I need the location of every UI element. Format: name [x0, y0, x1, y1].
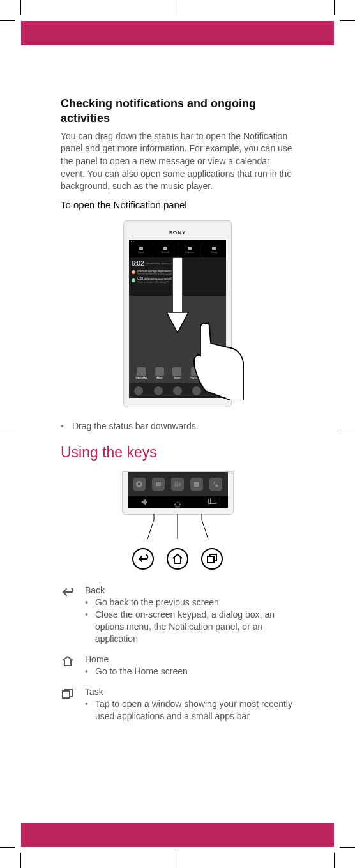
svg-point-8: [175, 483, 176, 485]
task-bullet-1: Tap to open a window showing your most r…: [85, 698, 294, 722]
quick-toggle-bluetooth: Bluetooth: [153, 243, 178, 257]
back-bullet-1: Go back to the previous screen: [85, 597, 294, 609]
svg-line-16: [147, 520, 154, 539]
back-bullet-2: Close the on-screen keypad, a dialog box…: [85, 609, 294, 645]
svg-point-7: [179, 482, 180, 483]
section-subhead: To open the Notification panel: [61, 199, 294, 210]
task-key-name: Task: [85, 687, 294, 697]
quick-toggle-brightness: Brightness: [178, 243, 202, 257]
notif-date: Wednesday January 15, 1919: [146, 262, 180, 265]
bullet-drag-down: Drag the status bar downwards.: [61, 420, 294, 433]
svg-point-6: [177, 482, 178, 483]
quick-toggle-sound: Sound: [129, 243, 153, 257]
phone-illustration: SONY Sound Bluetooth Brightness Settings…: [123, 220, 232, 407]
key-def-task: Task Tap to open a window showing your m…: [61, 687, 294, 722]
home-bullet-1: Go to the Home screen: [85, 666, 294, 678]
svg-rect-21: [63, 691, 70, 698]
footer-bar: [21, 823, 334, 847]
svg-point-10: [179, 483, 180, 485]
svg-point-5: [175, 482, 176, 483]
phone-brand-label: SONY: [129, 230, 226, 236]
key-def-back: Back Go back to the previous screen Clos…: [61, 585, 294, 645]
section-body: You can drag down the status bar to open…: [61, 130, 294, 193]
app-drawer-icon: [171, 478, 184, 491]
chrome-icon: [133, 478, 146, 491]
major-heading: Using the keys: [61, 444, 294, 461]
contacts-icon: [190, 478, 203, 491]
svg-point-13: [179, 485, 180, 487]
svg-point-11: [175, 485, 176, 487]
page-frame: Checking notifications and ongoing activ…: [21, 21, 334, 847]
keys-illustration: [122, 471, 234, 570]
svg-rect-14: [194, 482, 199, 487]
section-title: Checking notifications and ongoing activ…: [61, 96, 294, 126]
header-bar: [21, 21, 334, 45]
svg-point-9: [177, 483, 178, 485]
svg-line-19: [202, 520, 208, 539]
home-icon: [61, 654, 76, 669]
nav-back-icon: [140, 499, 149, 505]
home-key-name: Home: [85, 654, 294, 664]
quick-toggle-settings: Settings: [202, 243, 226, 257]
back-icon: [61, 585, 76, 600]
back-key-name: Back: [85, 585, 294, 595]
nav-home-icon: [173, 499, 182, 505]
svg-rect-4: [156, 482, 161, 486]
task-icon: [61, 687, 76, 702]
notif-time: 6:02: [132, 260, 144, 267]
svg-point-12: [177, 485, 178, 487]
key-def-home: Home Go to the Home screen: [61, 654, 294, 678]
phone-icon: [209, 478, 222, 491]
svg-point-3: [138, 483, 140, 485]
svg-rect-20: [208, 556, 214, 563]
messaging-icon: [152, 478, 165, 491]
nav-task-icon: [206, 499, 215, 505]
